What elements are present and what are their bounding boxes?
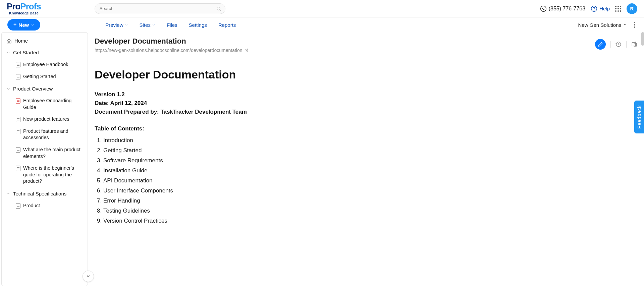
sidebar-item[interactable]: New product features xyxy=(2,113,88,125)
page-header-left: Developer Documentation https://new-gen-… xyxy=(95,37,595,53)
new-button[interactable]: + New xyxy=(7,19,40,31)
toc-item[interactable]: Testing Guidelines xyxy=(103,206,480,216)
sidebar-item[interactable]: Employee Onboarding Guide xyxy=(2,95,88,113)
tab-preview[interactable]: Preview xyxy=(105,22,128,28)
kebab-menu[interactable] xyxy=(633,20,637,29)
avatar[interactable]: R xyxy=(627,3,637,14)
help-link[interactable]: Help xyxy=(591,5,610,12)
chevron-down-icon xyxy=(152,23,155,26)
svg-point-0 xyxy=(217,7,220,10)
toc-item[interactable]: API Documentation xyxy=(103,176,480,186)
page-url-text: https://new-gen-solutions.helpdocsonline… xyxy=(95,48,243,53)
sidebar-item[interactable]: What are the main product elements? xyxy=(2,144,88,162)
tab-sites[interactable]: Sites xyxy=(140,22,155,28)
toc-item[interactable]: Version Control Practices xyxy=(103,216,480,226)
tab-label: Sites xyxy=(140,22,151,28)
document-heading: Developer Documentation xyxy=(95,68,480,81)
chevron-down-icon xyxy=(6,191,10,195)
tab-reports[interactable]: Reports xyxy=(218,22,236,28)
page-url[interactable]: https://new-gen-solutions.helpdocsonline… xyxy=(95,48,595,53)
svg-line-6 xyxy=(246,49,248,51)
sidebar-section[interactable]: Product Overview xyxy=(2,82,88,95)
chevron-down-icon xyxy=(6,87,10,91)
svg-point-2 xyxy=(540,6,546,11)
page-title: Developer Documentation xyxy=(95,37,595,46)
tab-label: Reports xyxy=(218,22,236,28)
sidebar-item[interactable]: Employee Handbook xyxy=(2,59,88,71)
logo[interactable]: ProProfs Knowledge Base xyxy=(7,2,41,15)
sidebar-section[interactable]: Technical Specifications xyxy=(2,187,88,200)
document-icon xyxy=(16,74,20,79)
tab-settings[interactable]: Settings xyxy=(189,22,207,28)
svg-line-1 xyxy=(220,10,221,11)
sidebar: Home Get StartedEmployee HandbookGetting… xyxy=(1,32,88,286)
chevron-down-icon xyxy=(6,51,10,55)
toc-item[interactable]: Introduction xyxy=(103,135,480,146)
toc-item[interactable]: User Interface Components xyxy=(103,186,480,196)
document-icon xyxy=(16,166,20,171)
search-icon[interactable] xyxy=(216,6,221,11)
site-dropdown[interactable]: New Gen Solutions xyxy=(578,22,627,28)
svg-marker-5 xyxy=(624,24,626,25)
caret-down-icon xyxy=(623,23,627,26)
plus-icon: + xyxy=(13,22,16,28)
toc-list: IntroductionGetting StartedSoftware Requ… xyxy=(95,135,480,226)
external-link-icon xyxy=(245,48,249,52)
toc-item[interactable]: Software Requirements xyxy=(103,156,480,166)
sidebar-item-label: What are the main product elements? xyxy=(23,147,83,160)
feedback-tab[interactable]: Feedback xyxy=(634,101,644,133)
avatar-initial: R xyxy=(630,6,634,11)
sidebar-home-label: Home xyxy=(14,38,28,44)
toc-item[interactable]: Installation Guide xyxy=(103,166,480,176)
sidebar-item[interactable]: Product xyxy=(2,200,88,212)
sidebar-item[interactable]: Where is the beginner's guide for operat… xyxy=(2,162,88,187)
toc-title: Table of Contents: xyxy=(95,125,480,132)
document-icon xyxy=(16,98,20,104)
chevron-down-icon xyxy=(125,23,128,26)
new-label: New xyxy=(18,22,29,28)
document-icon xyxy=(16,117,20,122)
expand-button[interactable] xyxy=(631,41,637,47)
toc-item[interactable]: Error Handling xyxy=(103,196,480,206)
feedback-label: Feedback xyxy=(636,105,642,129)
divider xyxy=(610,41,611,48)
history-button[interactable] xyxy=(615,41,622,47)
phone-icon xyxy=(540,5,547,12)
tab-label: Preview xyxy=(105,22,123,28)
help-label: Help xyxy=(599,6,610,11)
divider xyxy=(626,41,627,48)
sidebar-item[interactable]: Getting Started xyxy=(2,71,88,83)
search-wrap xyxy=(95,3,225,14)
sidebar-home[interactable]: Home xyxy=(2,35,88,46)
sidebar-item-label: Product xyxy=(23,203,40,209)
logo-text: ProProfs xyxy=(7,2,41,11)
tab-files[interactable]: Files xyxy=(167,22,177,28)
sidebar-section[interactable]: Get Started xyxy=(2,46,88,59)
phone-link[interactable]: (855) 776-7763 xyxy=(540,5,585,12)
search-input[interactable] xyxy=(95,3,225,14)
sidebar-item-label: Getting Started xyxy=(23,73,56,80)
document-icon xyxy=(16,129,20,134)
logo-subtitle: Knowledge Base xyxy=(9,11,39,15)
toc-item[interactable]: Getting Started xyxy=(103,146,480,156)
sidebar-item[interactable]: Product features and accessories xyxy=(2,125,88,144)
main-content: Developer Documentation https://new-gen-… xyxy=(88,32,644,286)
page-header: Developer Documentation https://new-gen-… xyxy=(88,32,644,58)
collapse-sidebar-button[interactable] xyxy=(83,271,94,282)
logo-pro: Pro xyxy=(7,1,20,11)
document-date: Date: April 12, 2024 xyxy=(95,100,480,107)
document-icon xyxy=(16,203,20,209)
help-icon xyxy=(591,5,597,12)
home-icon xyxy=(6,38,12,44)
top-bar: ProProfs Knowledge Base (855) 776-7763 H… xyxy=(0,0,644,17)
sub-bar: + New Preview Sites Files Settings Repor… xyxy=(0,17,644,32)
expand-icon xyxy=(631,41,637,47)
pencil-icon xyxy=(598,42,603,47)
phone-number: (855) 776-7763 xyxy=(549,6,585,12)
sidebar-section-label: Get Started xyxy=(13,50,39,55)
svg-line-8 xyxy=(635,42,636,44)
apps-icon[interactable] xyxy=(615,6,621,12)
scrollbar[interactable] xyxy=(641,32,644,46)
edit-button[interactable] xyxy=(595,39,606,50)
subbar-right: New Gen Solutions xyxy=(578,20,644,29)
